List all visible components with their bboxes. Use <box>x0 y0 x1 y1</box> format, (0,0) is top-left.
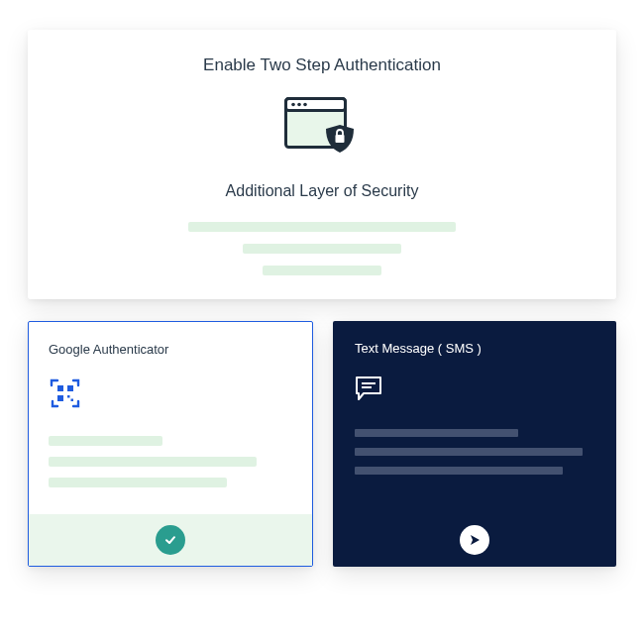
description-placeholder <box>48 222 596 275</box>
svg-rect-8 <box>57 395 63 401</box>
qr-scan-icon <box>49 376 82 414</box>
message-icon <box>355 389 384 406</box>
send-icon <box>468 533 482 547</box>
svg-point-3 <box>297 103 301 107</box>
svg-rect-9 <box>67 395 70 398</box>
page-subtitle: Additional Layer of Security <box>48 182 596 200</box>
option-google-authenticator[interactable]: Google Authenticator <box>28 321 313 567</box>
placeholder-line <box>355 448 583 456</box>
placeholder-line <box>355 429 518 437</box>
option-description-placeholder <box>355 429 594 475</box>
placeholder-line <box>263 266 381 275</box>
selected-check-button[interactable] <box>156 525 185 555</box>
placeholder-line <box>49 478 227 487</box>
placeholder-line <box>188 222 456 232</box>
option-description-placeholder <box>49 436 292 487</box>
option-footer <box>333 513 616 567</box>
placeholder-line <box>49 436 162 446</box>
placeholder-line <box>49 457 257 467</box>
svg-point-2 <box>291 103 295 107</box>
option-sms[interactable]: Text Message ( SMS ) <box>333 321 616 567</box>
auth-options-row: Google Authenticator <box>28 321 616 567</box>
option-title: Text Message ( SMS ) <box>355 341 594 356</box>
svg-rect-7 <box>67 385 73 391</box>
browser-shield-illustration <box>284 97 360 164</box>
placeholder-line <box>355 467 563 475</box>
twofa-intro-card: Enable Two Step Authentication Additiona… <box>28 30 616 299</box>
svg-rect-5 <box>336 135 345 143</box>
placeholder-line <box>243 244 401 254</box>
proceed-button[interactable] <box>460 525 489 555</box>
svg-rect-6 <box>57 385 63 391</box>
svg-rect-10 <box>71 399 74 402</box>
option-footer <box>29 514 312 566</box>
page-title: Enable Two Step Authentication <box>48 55 596 75</box>
check-icon <box>163 533 177 547</box>
browser-window-icon <box>284 97 360 161</box>
svg-point-4 <box>303 103 307 107</box>
option-title: Google Authenticator <box>49 342 292 357</box>
